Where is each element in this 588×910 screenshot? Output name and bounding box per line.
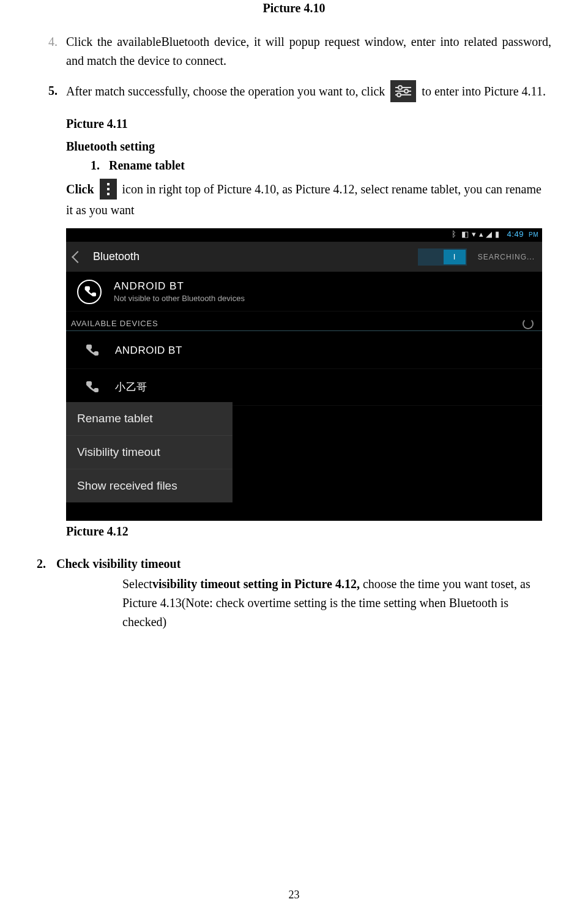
- page: Picture 4.10 4. Click the availableBluet…: [0, 1, 588, 910]
- status-icons: ◧ ▾ ▴ ◢ ▮: [461, 229, 499, 239]
- caption-picture-4-12: Picture 4.12: [66, 524, 551, 539]
- click-pre: Click: [66, 182, 97, 196]
- searching-label: SEARCHING...: [478, 253, 535, 261]
- caption-picture-4-10: Picture 4.10: [37, 1, 551, 15]
- page-number: 23: [0, 889, 588, 901]
- phone-icon: [82, 378, 100, 397]
- step-5: 5. After match successfully, choose the …: [37, 81, 551, 103]
- item-2-number: 2.: [37, 554, 56, 573]
- item-2-heading: Check visibility timeout: [56, 554, 180, 573]
- sub-1-label: Rename tablet: [109, 159, 185, 172]
- toggle-knob: I: [444, 250, 466, 264]
- item-2-body-pre: Select: [122, 577, 152, 591]
- status-bar: ᛒ ◧ ▾ ▴ ◢ ▮ 4:49 PM: [66, 228, 542, 242]
- overflow-popup-menu: Rename tablet Visibility timeout Show re…: [66, 402, 233, 502]
- menu-rename-tablet[interactable]: Rename tablet: [66, 402, 233, 435]
- click-instruction: Click icon in right top of Picture 4.10,…: [66, 180, 551, 220]
- sublist: 1. Rename tablet: [91, 156, 551, 175]
- settings-sliders-icon: [390, 80, 416, 102]
- title-bar: Bluetooth I SEARCHING...: [66, 242, 542, 272]
- picture-4-11-section: Picture 4.11 Bluetooth setting 1. Rename…: [66, 114, 551, 220]
- numbered-steps: 4. Click the availableBluetooth device, …: [37, 32, 551, 103]
- my-device-title: ANDROID BT: [114, 280, 245, 293]
- device-2-label: 小乙哥: [115, 380, 147, 394]
- overflow-menu-icon: [100, 179, 117, 200]
- loading-spinner-icon: [523, 318, 534, 329]
- step-5-number: 5.: [37, 81, 66, 103]
- available-devices-header: AVAILABLE DEVICES: [66, 311, 542, 331]
- device-row-1[interactable]: ANDROID BT: [66, 332, 542, 369]
- device-1-label: ANDROID BT: [115, 345, 182, 357]
- device-row-2[interactable]: 小乙哥: [66, 369, 542, 406]
- bluetooth-setting-heading: Bluetooth setting: [66, 137, 551, 156]
- phone-icon: [82, 341, 100, 360]
- bluetooth-toggle[interactable]: I: [418, 248, 467, 266]
- item-2: 2. Check visibility timeout: [37, 554, 551, 573]
- svg-point-2: [398, 86, 402, 89]
- step-4: 4. Click the availableBluetooth device, …: [37, 32, 551, 70]
- sub-1-number: 1.: [91, 159, 100, 172]
- back-icon[interactable]: [72, 251, 84, 263]
- status-clock: 4:49 PM: [505, 229, 538, 239]
- menu-show-received-files[interactable]: Show received files: [66, 469, 233, 502]
- menu-visibility-timeout[interactable]: Visibility timeout: [66, 435, 233, 469]
- bluetooth-status-icon: ᛒ: [452, 229, 457, 239]
- step-5-text: After match successfully, choose the ope…: [66, 81, 551, 103]
- available-devices-label: AVAILABLE DEVICES: [71, 319, 158, 328]
- my-device-subtitle: Not visible to other Bluetooth devices: [114, 294, 245, 303]
- step-4-number: 4.: [37, 32, 66, 70]
- item-2-body: Selectvisibility timeout setting in Pict…: [122, 575, 551, 632]
- click-post: icon in right top of Picture 4.10, as Pi…: [66, 182, 541, 217]
- step-4-text: Click the availableBluetooth device, it …: [66, 32, 551, 70]
- step-5-text-post: to enter into Picture 4.11.: [422, 84, 546, 98]
- picture-4-11-label: Picture 4.11: [66, 114, 551, 133]
- step-5-text-pre: After match successfully, choose the ope…: [66, 84, 388, 98]
- phone-icon: [77, 280, 102, 304]
- svg-point-4: [404, 89, 408, 93]
- my-device-row[interactable]: ANDROID BT Not visible to other Bluetoot…: [66, 272, 542, 311]
- title-text: Bluetooth: [93, 250, 140, 263]
- svg-point-6: [397, 93, 401, 97]
- item-2-body-bold: visibility timeout setting in Picture 4.…: [152, 577, 363, 591]
- screenshot-picture-4-12: ᛒ ◧ ▾ ▴ ◢ ▮ 4:49 PM Bluetooth I SEARCHIN…: [66, 228, 542, 521]
